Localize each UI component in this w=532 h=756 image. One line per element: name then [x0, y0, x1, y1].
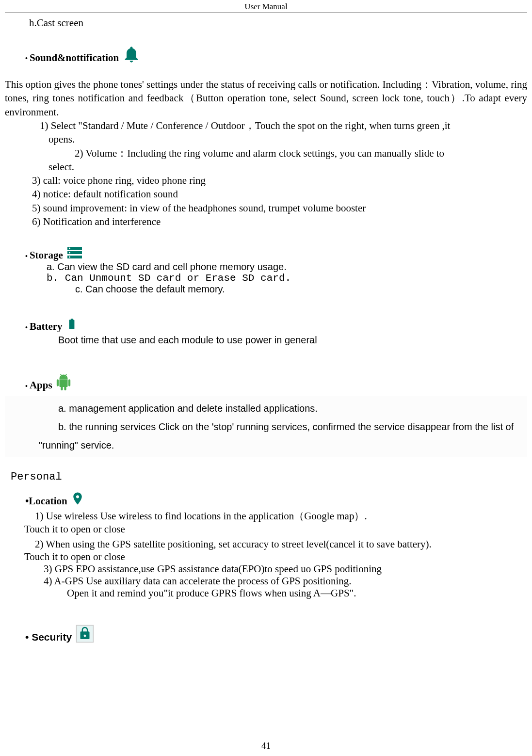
security-section-head: • Security	[5, 625, 527, 643]
cast-line: h.Cast screen	[5, 17, 527, 29]
page-number: 41	[0, 740, 532, 751]
apps-item-b: b. the running services Click on the 'st…	[5, 418, 527, 436]
sound-item-2b: select.	[5, 160, 527, 174]
storage-title: Storage	[25, 249, 63, 261]
page-header: User Manual	[5, 0, 527, 13]
loc-item-1: 1) Use wireless Use wireless to find loc…	[5, 509, 527, 523]
apps-title: Apps	[25, 379, 52, 391]
sound-item-2: 2) Volume：Including the ring volume and …	[75, 146, 527, 160]
sound-item-1: 1) Select "Standard / Mute / Conference …	[5, 119, 527, 132]
location-title: •Location	[25, 495, 67, 507]
loc-item-4b: Open it and remind you"it produce GPRS f…	[5, 587, 527, 599]
apps-section-head: Apps	[5, 373, 527, 391]
loc-item-4: 4) A-GPS Use auxiliary data can accelera…	[5, 575, 527, 587]
sound-item-5: 5) sound improvement: in view of the hea…	[5, 201, 527, 215]
android-icon	[55, 373, 72, 391]
sound-item-4: 4) notice: default notification sound	[5, 187, 527, 201]
battery-icon	[65, 315, 78, 333]
content: h.Cast screen Sound&nottification This o…	[0, 17, 532, 643]
loc-item-3: 3) GPS EPO assistance,use GPS assistance…	[5, 563, 527, 575]
storage-item-b: b. Can Unmount SD card or Erase SD card.	[5, 273, 527, 284]
bell-icon	[122, 45, 141, 64]
storage-item-c: c. Can choose the default memory.	[5, 284, 527, 295]
loc-close-1: Touch it to open or close	[5, 523, 527, 535]
location-pin-icon	[70, 490, 85, 507]
sound-item-3: 3) call: voice phone ring, video phone r…	[5, 174, 527, 187]
sound-paragraph: This option gives the phone tones' setti…	[5, 78, 527, 119]
storage-section-head: Storage	[5, 244, 527, 261]
svg-point-5	[69, 257, 70, 258]
svg-point-4	[69, 252, 70, 254]
apps-block: a. management application and delete ins…	[5, 396, 527, 457]
sound-item-1b: opens.	[5, 132, 527, 146]
storage-icon	[66, 244, 83, 261]
sound-section-head: Sound&nottification	[5, 45, 527, 64]
security-title: • Security	[25, 631, 72, 643]
loc-item-2: 2) When using the GPS satellite position…	[5, 537, 527, 551]
location-section-head: •Location	[5, 490, 527, 507]
personal-heading: Personal	[5, 471, 527, 483]
apps-item-b2: "running" service.	[5, 436, 527, 454]
battery-title: Battery	[25, 321, 63, 333]
battery-section-head: Battery	[5, 315, 527, 333]
storage-item-a: a. Can view the SD card and cell phone m…	[5, 261, 527, 273]
lock-icon	[76, 625, 94, 643]
sound-title: Sound&nottification	[25, 52, 119, 64]
apps-item-a: a. management application and delete ins…	[5, 399, 527, 418]
sound-item-6: 6) Notification and interference	[5, 215, 527, 228]
battery-desc: Boot time that use and each module to us…	[5, 335, 527, 346]
loc-close-2: Touch it to open or close	[5, 551, 527, 563]
svg-point-3	[69, 248, 70, 249]
